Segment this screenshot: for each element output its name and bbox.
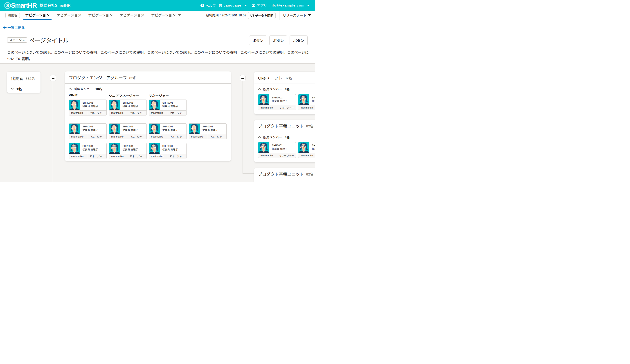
svg-text:S: S	[6, 3, 9, 8]
svg-text:?: ?	[202, 4, 203, 7]
